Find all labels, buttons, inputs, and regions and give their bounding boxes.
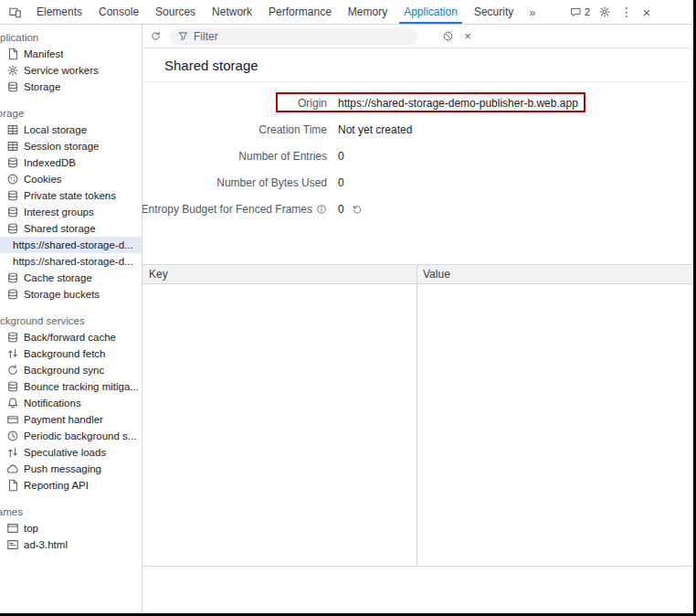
sidebar-item-bounce-tracking-mitiga[interactable]: Bounce tracking mitiga... [0, 378, 142, 395]
more-tabs-button[interactable]: » [522, 5, 543, 19]
report-field-creation-time: Creation TimeNot yet created [153, 116, 682, 143]
sidebar-item-payment-handler[interactable]: Payment handler [0, 411, 142, 428]
sidebar-item-label: Back/forward cache [24, 332, 116, 343]
column-header-value[interactable]: Value [417, 268, 457, 281]
field-value: 0 [338, 176, 344, 189]
more-options-button[interactable]: ⋮ [619, 5, 634, 19]
column-header-key[interactable]: Key [142, 268, 417, 281]
sidebar-item-indexeddb[interactable]: IndexedDB [0, 154, 142, 171]
sidebar-item-label: Private state tokens [24, 190, 116, 201]
updown-icon [6, 347, 19, 360]
sidebar-item-shared-storage[interactable]: Shared storage [0, 220, 142, 237]
refresh-icon [150, 30, 162, 42]
sidebar-item-speculative-loads[interactable]: Speculative loads [0, 444, 142, 461]
sidebar-item-background-sync[interactable]: Background sync [0, 362, 142, 378]
messages-icon [570, 6, 582, 18]
field-label: Creation Time [153, 123, 327, 136]
field-label: Number of Bytes Used [153, 176, 327, 189]
sidebar-item-back-forward-cache[interactable]: Back/forward cache [0, 329, 142, 345]
sidebar-item-label: top [24, 523, 38, 534]
field-value: https://shared-storage-demo-publisher-b.… [338, 97, 578, 110]
tab-application[interactable]: Application [395, 0, 466, 24]
report-field-number-of-bytes-used: Number of Bytes Used0 [153, 169, 682, 196]
field-value-text: 0 [338, 203, 344, 216]
iframe-icon [6, 538, 19, 551]
database-icon [6, 80, 19, 93]
info-icon[interactable] [316, 204, 327, 215]
sidebar-item-label: ad-3.html [24, 539, 68, 550]
tab-memory[interactable]: Memory [340, 0, 395, 24]
tab-console[interactable]: Console [90, 0, 147, 24]
field-value-text: https://shared-storage-demo-publisher-b.… [338, 97, 578, 110]
sidebar-item-label: Cache storage [24, 272, 92, 283]
sidebar-item-label: Shared storage [24, 223, 96, 234]
panel-toolbar: × [142, 25, 693, 48]
sidebar-item-service-workers[interactable]: Service workers [0, 62, 142, 79]
field-label-text: Number of Entries [238, 150, 327, 163]
toggle-device-toolbar-button[interactable] [5, 2, 25, 22]
field-value: 0 [338, 150, 344, 163]
tab-elements[interactable]: Elements [28, 0, 90, 24]
sidebar-item-interest-groups[interactable]: Interest groups [0, 204, 142, 220]
database-icon [6, 271, 19, 284]
sidebar-item-cache-storage[interactable]: Cache storage [0, 270, 142, 286]
reset-icon[interactable] [352, 204, 363, 215]
sidebar-item-background-fetch[interactable]: Background fetch [0, 345, 142, 362]
sidebar-item-https-shared-storage-d[interactable]: https://shared-storage-d... [0, 253, 142, 270]
delete-selected-button[interactable]: × [460, 29, 475, 43]
table-icon [6, 140, 19, 153]
sidebar-item-private-state-tokens[interactable]: Private state tokens [0, 187, 142, 204]
sidebar-item-notifications[interactable]: Notifications [0, 395, 142, 411]
device-toolbar-icon [8, 5, 22, 19]
field-label-text: Creation Time [258, 123, 327, 136]
sidebar-item-reporting-api[interactable]: Reporting API [0, 477, 142, 494]
filter-funnel-icon [177, 30, 189, 42]
database-icon [6, 206, 19, 218]
table-body[interactable] [142, 284, 693, 567]
filter-input[interactable] [170, 28, 418, 45]
sidebar-item-local-storage[interactable]: Local storage [0, 122, 142, 138]
sidebar-item-label: Local storage [24, 124, 87, 135]
field-label: Origin [153, 97, 327, 110]
tabbar-right-controls: 2 ⋮ × [570, 2, 655, 22]
devtools-window: ElementsConsoleSourcesNetworkPerformance… [0, 0, 696, 616]
settings-button[interactable] [595, 2, 615, 22]
sidebar-item-https-shared-storage-d[interactable]: https://shared-storage-d... [0, 237, 142, 253]
issues-badge[interactable]: 2 [570, 6, 590, 18]
sidebar-item-label: Reporting API [24, 480, 89, 491]
report-field-number-of-entries: Number of Entries0 [153, 143, 682, 169]
tab-strip: ElementsConsoleSourcesNetworkPerformance… [28, 0, 522, 24]
tab-network[interactable]: Network [204, 0, 260, 24]
sidebar-item-label: Storage [24, 81, 60, 92]
frame-icon [6, 522, 19, 535]
sidebar-item-periodic-background-s[interactable]: Periodic background s... [0, 428, 142, 444]
sidebar-item-storage-buckets[interactable]: Storage buckets [0, 286, 142, 303]
sidebar-item-storage[interactable]: Storage [0, 79, 142, 95]
database-icon [6, 156, 19, 169]
sidebar-item-label: Bounce tracking mitiga... [24, 381, 139, 392]
cookie-icon [6, 173, 19, 186]
close-devtools-button[interactable]: × [638, 5, 655, 20]
database-icon [6, 380, 19, 393]
sidebar-item-ad-3-html[interactable]: ad-3.html [0, 536, 142, 553]
database-icon [6, 222, 19, 235]
tab-sources[interactable]: Sources [147, 0, 204, 24]
sidebar-item-label: Speculative loads [24, 447, 106, 458]
tab-security[interactable]: Security [466, 0, 522, 24]
sidebar-item-label: Notifications [24, 398, 81, 409]
sidebar-item-label: Periodic background s... [24, 430, 136, 441]
sidebar-item-push-messaging[interactable]: Push messaging [0, 461, 142, 477]
sidebar-item-label: IndexedDB [24, 157, 76, 168]
clear-all-button[interactable] [438, 27, 457, 46]
refresh-button[interactable] [146, 27, 164, 46]
sync-icon [6, 364, 19, 377]
sidebar-item-cookies[interactable]: Cookies [0, 171, 142, 187]
block-icon [442, 30, 454, 42]
sidebar-item-label: Storage buckets [24, 289, 100, 300]
tab-performance[interactable]: Performance [260, 0, 340, 24]
sidebar-item-top[interactable]: top [0, 520, 142, 536]
clock-icon [6, 430, 19, 442]
sidebar-item-manifest[interactable]: Manifest [0, 46, 142, 62]
sidebar-item-session-storage[interactable]: Session storage [0, 138, 142, 154]
field-value: Not yet created [338, 123, 412, 136]
